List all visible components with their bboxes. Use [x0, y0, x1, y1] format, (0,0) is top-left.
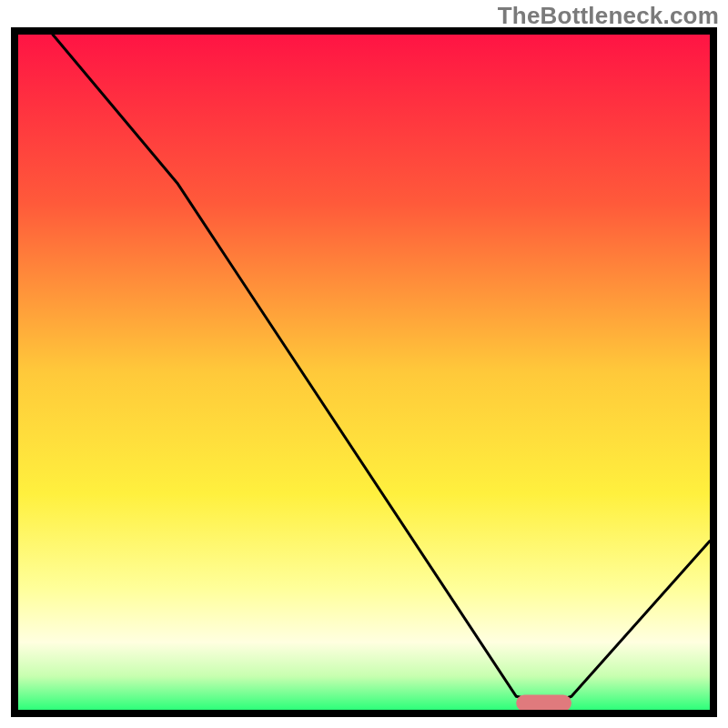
- chart-svg: [11, 27, 717, 717]
- watermark-text: TheBottleneck.com: [498, 2, 719, 30]
- optimum-marker: [516, 695, 571, 712]
- chart-background: [18, 35, 710, 710]
- svg-rect-0: [18, 35, 710, 710]
- chart-stage: TheBottleneck.com: [0, 0, 728, 728]
- chart-plot: [11, 27, 717, 717]
- svg-rect-1: [516, 695, 571, 712]
